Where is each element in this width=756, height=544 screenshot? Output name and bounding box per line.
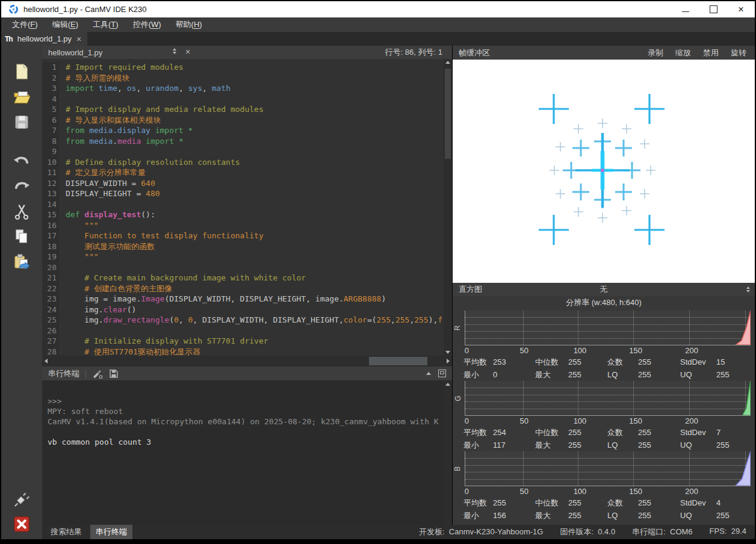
channel-axis-label: G: [454, 395, 462, 401]
redo-button[interactable]: [11, 176, 33, 196]
code-line[interactable]: 3import time, os, urandom, sys, math: [42, 83, 452, 94]
scroll-down-icon[interactable]: [445, 351, 450, 354]
paste-button[interactable]: [11, 252, 33, 272]
code-line[interactable]: 5# Import display and media related modu…: [42, 104, 452, 115]
code-editor[interactable]: 1# Import required modules2# 导入所需的模块3imp…: [42, 59, 452, 356]
terminal-scrollbar[interactable]: [444, 380, 452, 525]
code-line[interactable]: 7from media.display import *: [42, 125, 452, 136]
editor-pane: helloworld_1.py × 行号: 86, 列号: 1 1# Impor…: [42, 46, 452, 525]
code-line[interactable]: 15def display_test():: [42, 209, 452, 220]
menu-item-h[interactable]: 帮助(H): [170, 18, 208, 31]
editor-close-icon[interactable]: ×: [185, 47, 190, 57]
close-button[interactable]: ×: [727, 1, 755, 17]
framebuffer-view[interactable]: [453, 60, 755, 283]
histogram-header: 直方图 无: [453, 283, 755, 296]
tab-close-icon[interactable]: ×: [76, 34, 81, 44]
code-line[interactable]: 23 img = image.Image(DISPLAY_WIDTH, DISP…: [42, 294, 452, 304]
tab-helloworld[interactable]: Th helloworld_1.py ×: [1, 32, 87, 46]
new-file-icon: [13, 63, 31, 81]
framebuffer-button-0[interactable]: 录制: [648, 48, 663, 58]
channel-x-ticks: 050100150200: [465, 416, 751, 426]
framebuffer-button-2[interactable]: 禁用: [703, 48, 719, 58]
menu-item-w[interactable]: 控件(W): [127, 18, 167, 31]
terminal-line: vb common pool count 3: [48, 437, 452, 447]
code-line[interactable]: 16 """: [42, 220, 452, 231]
terminal-scroll-up-icon[interactable]: [445, 383, 450, 386]
code-line[interactable]: 20: [42, 262, 452, 273]
open-folder-icon: [13, 88, 31, 106]
code-line[interactable]: 21 # Create main background image with w…: [42, 273, 452, 283]
editor-hscroll-thumb[interactable]: [369, 357, 427, 365]
histogram-mode-combo-icon[interactable]: [746, 286, 750, 292]
editor-horizontal-scrollbar[interactable]: [42, 356, 452, 366]
scroll-left-icon[interactable]: [45, 359, 48, 363]
save-file-icon: [13, 113, 31, 131]
cursor-position: 行号: 86, 列号: 1: [385, 47, 452, 58]
editor-split-combo-icon[interactable]: [173, 48, 176, 54]
clear-terminal-icon[interactable]: [92, 368, 103, 379]
editor-vertical-scrollbar[interactable]: [444, 59, 452, 356]
code-line[interactable]: 12DISPLAY_WIDTH = 640: [42, 178, 452, 189]
statusbar-tab-1[interactable]: 串行终端: [90, 525, 132, 539]
terminal-output[interactable]: >>>MPY: soft rebootCanMV v1.4.1(based on…: [42, 380, 452, 525]
framebuffer-buttons: 录制缩放禁用旋转: [648, 48, 746, 58]
code-line[interactable]: 10# Define display resolution constants: [42, 157, 452, 168]
save-file-button[interactable]: [11, 112, 33, 132]
editor-vscroll-thumb[interactable]: [445, 69, 451, 159]
code-line[interactable]: 6# 导入显示和媒体相关模块: [42, 115, 452, 126]
file-type-icon: Th: [5, 35, 13, 43]
minimize-button[interactable]: [672, 1, 699, 17]
code-line[interactable]: 26: [42, 326, 452, 336]
code-line[interactable]: 9: [42, 146, 452, 157]
popout-terminal-icon[interactable]: [438, 369, 446, 377]
code-line[interactable]: 24 img.clear(): [42, 304, 452, 315]
histogram-channel-B: B050100150200平均数255中位数255众数255StdDev4最小1…: [453, 451, 755, 522]
open-folder-button[interactable]: [11, 87, 33, 107]
code-line[interactable]: 2# 导入所需的模块: [42, 73, 452, 84]
code-line[interactable]: 8from media.media import *: [42, 136, 452, 147]
framebuffer-button-1[interactable]: 缩放: [675, 48, 691, 58]
code-line[interactable]: 1# Import required modules: [42, 62, 452, 73]
save-log-icon[interactable]: [109, 369, 119, 379]
code-line[interactable]: 14: [42, 199, 452, 210]
code-line[interactable]: 25 img.draw_rectangle(0, 0, DISPLAY_WIDT…: [42, 315, 452, 326]
scroll-right-icon[interactable]: [447, 359, 450, 363]
code-line[interactable]: 27 # Initialize display with ST7701 driv…: [42, 336, 452, 347]
code-line[interactable]: 18 测试显示功能的函数: [42, 241, 452, 252]
histogram-channel-G: G050100150200平均数254中位数255众数255StdDev7最小1…: [453, 381, 755, 451]
disconnect-button[interactable]: [11, 514, 33, 534]
cut-button[interactable]: [11, 201, 33, 221]
code-line[interactable]: 4: [42, 94, 452, 105]
code-line[interactable]: 22 # 创建白色背景的主图像: [42, 283, 452, 294]
connect-button[interactable]: [11, 489, 33, 509]
scroll-up-icon[interactable]: [445, 61, 450, 64]
code-line[interactable]: 11# 定义显示分辨率常量: [42, 167, 452, 178]
toolbar-rail: [1, 46, 42, 539]
code-line[interactable]: 13DISPLAY_HEIGHT = 480: [42, 188, 452, 199]
collapse-terminal-icon[interactable]: [426, 372, 431, 375]
undo-button[interactable]: [11, 150, 33, 171]
menu-item-t[interactable]: 工具(T): [87, 18, 125, 31]
code-line[interactable]: 28 # 使用ST7701驱动初始化显示器: [42, 347, 452, 356]
framebuffer-button-3[interactable]: 旋转: [731, 48, 746, 58]
copy-icon: [13, 227, 31, 246]
editor-header: helloworld_1.py × 行号: 86, 列号: 1: [42, 46, 452, 59]
maximize-button[interactable]: [699, 1, 727, 17]
copy-button[interactable]: [11, 226, 33, 247]
status-bar: 搜索结果串行终端 开发板: Canmv-K230-Yahboom-1G固件版本:…: [42, 525, 755, 539]
terminal-line: >>>: [48, 396, 452, 406]
menu-item-f[interactable]: 文件(F): [6, 18, 44, 31]
title-bar: helloworld_1.py - CanMV IDE K230 ×: [1, 1, 755, 17]
code-line[interactable]: 19 """: [42, 252, 452, 262]
resolution-label: 分辨率 (w:480, h:640): [453, 296, 755, 311]
cut-icon: [13, 202, 31, 220]
channel-stats: 平均数255中位数255众数255StdDev4最小156最大255LQ255U…: [453, 496, 755, 522]
histogram-mode-select[interactable]: 无: [453, 284, 755, 295]
new-file-button[interactable]: [11, 61, 33, 82]
menu-item-e[interactable]: 编辑(E): [46, 18, 84, 31]
channel-x-ticks: 050100150200: [465, 345, 751, 356]
code-line[interactable]: 17 Function to test display functionalit…: [42, 230, 452, 241]
channel-plot: [465, 381, 751, 416]
statusbar-tab-0[interactable]: 搜索结果: [45, 525, 87, 539]
channel-axis-label: B: [453, 466, 462, 471]
